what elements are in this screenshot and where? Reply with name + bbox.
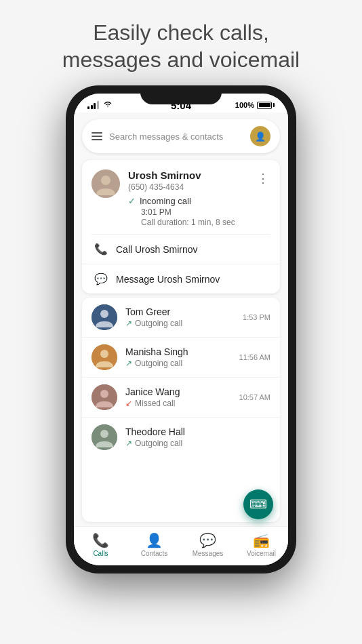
battery-icon (257, 102, 275, 109)
call-status-theodore: ↗ Outgoing call (125, 439, 262, 448)
headline-line2: messages and voicemail (62, 47, 300, 72)
call-time-janice: 10:57 AM (239, 393, 270, 401)
phone-notch (140, 85, 222, 104)
phone-outer: 5:04 100% Search messages & contacts (66, 85, 296, 573)
call-time: 3:01 PM (141, 207, 247, 217)
calls-nav-icon: 📞 (92, 532, 109, 548)
outgoing-arrow-icon-manisha: ↗ (125, 359, 132, 368)
call-type: Incoming call (140, 196, 191, 206)
nav-calls[interactable]: 📞 Calls (74, 532, 127, 557)
outgoing-arrow-icon-theodore: ↗ (125, 439, 132, 448)
incoming-icon: ✓ (128, 196, 136, 206)
expanded-contact-card: Urosh Smirnov (650) 435-4634 ✓ Incoming … (82, 160, 280, 294)
call-status-tom: ↗ Outgoing call (125, 319, 235, 328)
voicemail-nav-label: Voicemail (247, 550, 276, 557)
bottom-nav: 📞 Calls 👤 Contacts 💬 Messages 📻 Voicemai… (74, 526, 288, 565)
call-item-manisha[interactable]: Manisha Singh ↗ Outgoing call 11:56 AM (82, 338, 280, 378)
message-action-row[interactable]: 💬 Message Urosh Smirnov (82, 264, 280, 294)
status-left (87, 100, 113, 110)
phone-screen: 5:04 100% Search messages & contacts (74, 94, 288, 565)
contact-name: Urosh Smirnov (128, 169, 247, 181)
svg-point-7 (100, 390, 108, 398)
call-type-tom: Outgoing call (135, 319, 182, 328)
avatar-tom (92, 304, 117, 330)
call-info-tom: Tom Greer ↗ Outgoing call (125, 306, 235, 328)
phone-action-icon: 📞 (94, 243, 108, 256)
call-status-row: ✓ Incoming call (128, 196, 247, 206)
svg-point-5 (100, 350, 108, 358)
search-placeholder: Search messages & contacts (109, 132, 243, 142)
call-info-theodore: Theodore Hall ↗ Outgoing call (125, 426, 262, 448)
contact-call-details: ✓ Incoming call 3:01 PM Call duration: 1… (128, 196, 247, 227)
contacts-nav-icon: 👤 (146, 532, 163, 548)
avatar-theodore (92, 424, 117, 450)
call-name-theodore: Theodore Hall (125, 426, 262, 437)
call-name-manisha: Manisha Singh (125, 346, 231, 357)
call-list: Tom Greer ↗ Outgoing call 1:53 PM (82, 298, 280, 522)
call-time-manisha: 11:56 AM (239, 353, 270, 361)
user-avatar[interactable]: 👤 (250, 126, 270, 146)
call-action-row[interactable]: 📞 Call Urosh Smirnov (82, 235, 280, 264)
missed-arrow-icon: ↙ (125, 399, 132, 408)
phone-device: 5:04 100% Search messages & contacts (66, 85, 296, 573)
status-right: 100% (235, 101, 275, 109)
messages-nav-icon: 💬 (199, 532, 216, 548)
nav-messages[interactable]: 💬 Messages (181, 532, 235, 557)
app-content: Search messages & contacts 👤 (74, 113, 288, 565)
call-item-theodore[interactable]: Theodore Hall ↗ Outgoing call (82, 418, 280, 457)
dialpad-icon: ⌨ (249, 497, 267, 512)
call-type-manisha: Outgoing call (135, 359, 182, 368)
message-action-icon: 💬 (94, 273, 108, 285)
message-action-label: Message Urosh Smirnov (116, 274, 220, 285)
signal-bars-icon (87, 101, 99, 109)
call-name-janice: Janice Wang (125, 386, 231, 397)
search-bar[interactable]: Search messages & contacts 👤 (82, 119, 280, 153)
svg-point-3 (100, 310, 108, 318)
call-type-theodore: Outgoing call (135, 439, 182, 448)
wifi-icon (103, 100, 113, 110)
contact-header: Urosh Smirnov (650) 435-4634 ✓ Incoming … (82, 160, 280, 234)
call-action-label: Call Urosh Smirnov (116, 244, 198, 255)
call-duration: Call duration: 1 min, 8 sec (141, 218, 247, 227)
call-info-manisha: Manisha Singh ↗ Outgoing call (125, 346, 231, 368)
call-time-tom: 1:53 PM (243, 313, 270, 321)
call-type-janice: Missed call (135, 399, 175, 408)
contacts-nav-label: Contacts (141, 550, 167, 557)
messages-nav-label: Messages (193, 550, 224, 557)
outgoing-arrow-icon: ↗ (125, 319, 132, 328)
call-status-manisha: ↗ Outgoing call (125, 359, 231, 368)
calls-nav-label: Calls (93, 550, 108, 557)
nav-voicemail[interactable]: 📻 Voicemail (235, 532, 288, 557)
contact-avatar-urosh (92, 169, 120, 198)
call-info-janice: Janice Wang ↙ Missed call (125, 386, 231, 408)
nav-contacts[interactable]: 👤 Contacts (127, 532, 181, 557)
battery-percent: 100% (235, 101, 254, 109)
avatar-manisha (92, 344, 117, 370)
call-name-tom: Tom Greer (125, 306, 235, 317)
fab-dialpad[interactable]: ⌨ (243, 489, 273, 519)
call-status-janice: ↙ Missed call (125, 399, 231, 408)
more-options-icon[interactable]: ⋮ (256, 169, 270, 187)
svg-point-9 (100, 430, 108, 438)
voicemail-nav-icon: 📻 (253, 532, 270, 548)
contact-number: (650) 435-4634 (128, 182, 247, 192)
page-headline: Easily check calls, messages and voicema… (42, 19, 320, 73)
call-item-janice[interactable]: Janice Wang ↙ Missed call 10:57 AM (82, 378, 280, 418)
avatar-janice (92, 384, 117, 410)
menu-icon[interactable] (92, 132, 102, 140)
headline-line1: Easily check calls, (93, 20, 269, 45)
svg-point-1 (101, 176, 110, 185)
call-item-tom[interactable]: Tom Greer ↗ Outgoing call 1:53 PM (82, 298, 280, 338)
contact-info: Urosh Smirnov (650) 435-4634 ✓ Incoming … (128, 169, 247, 227)
